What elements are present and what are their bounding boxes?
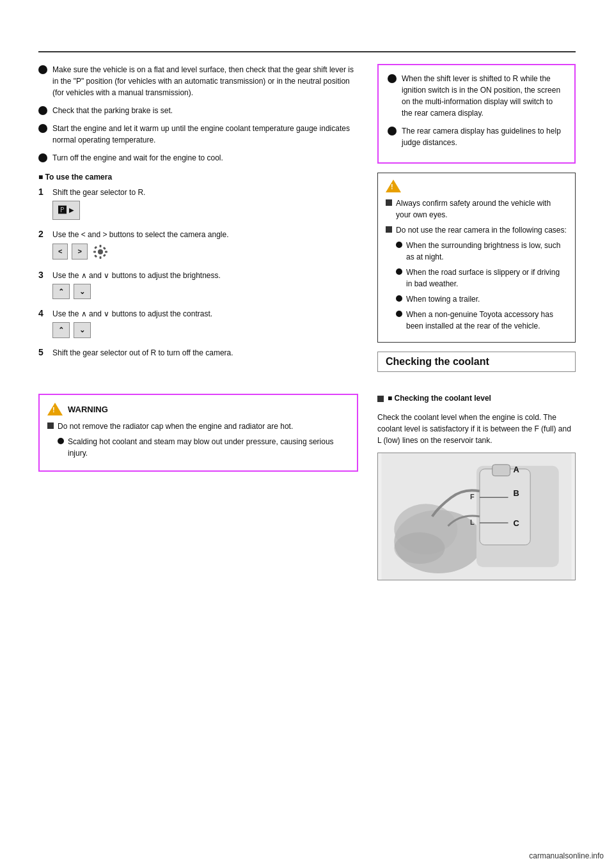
bullet-text-2: Check that the parking brake is set. <box>52 105 358 116</box>
coolant-square-bullet <box>377 396 384 402</box>
svg-rect-8 <box>103 254 106 257</box>
step-content-4: Use the ∧ and ∨ buttons to adjust the co… <box>52 308 358 341</box>
pink-bullet-1: When the shift lever is shifted to R whi… <box>388 73 565 119</box>
page: Make sure the vehicle is on a flat and l… <box>0 0 614 868</box>
svg-rect-6 <box>103 246 106 249</box>
step-5: 5 Shift the gear selector out of R to tu… <box>38 347 358 359</box>
step-content-3: Use the ∧ and ∨ buttons to adjust the br… <box>52 270 358 302</box>
bottom-circle-bullet-2 <box>58 438 64 444</box>
warning-item-6: When a non-genuine Toyota accessory has … <box>386 309 567 332</box>
bottom-warning-item-2: Scalding hot coolant and steam may blow … <box>47 436 349 459</box>
pink-bullet-text-2: The rear camera display has guidelines t… <box>402 125 565 148</box>
step2-icon-row: < > <box>52 243 358 261</box>
bullet-circle-4 <box>38 153 47 162</box>
bottom-left: WARNING Do not remove the radiator cap w… <box>38 394 358 580</box>
step-content-5: Shift the gear selector out of R to turn… <box>52 347 358 359</box>
right-warning-box: Always confirm safety around the vehicle… <box>377 173 576 343</box>
warning-item-3: When the surrounding brightness is low, … <box>386 240 567 263</box>
svg-text:B: B <box>513 488 519 498</box>
bullet-2: Check that the parking brake is set. <box>38 105 358 116</box>
bottom-warning-triangle-icon <box>47 403 63 415</box>
pink-bullet-circle-1 <box>388 74 397 83</box>
bullet-circle-2 <box>38 106 47 115</box>
bullet-4: Turn off the engine and wait for the eng… <box>38 152 358 164</box>
step-num-2: 2 <box>38 229 49 239</box>
left-arrow-button[interactable]: < <box>52 244 68 260</box>
step-num-1: 1 <box>38 187 49 197</box>
step-1: 1 Shift the gear selector to R. 🅿 ▶ <box>38 187 358 222</box>
warning-text-6: When a non-genuine Toyota accessory has … <box>406 309 567 332</box>
gear-select-icon: 🅿 ▶ <box>52 201 80 220</box>
right-warning-header <box>386 180 567 192</box>
circle-bullet-4 <box>396 268 402 275</box>
up-arrow-button-contrast[interactable]: ⌃ <box>52 322 70 338</box>
square-bullet-1 <box>386 199 392 206</box>
svg-point-22 <box>394 532 445 564</box>
coolant-section-label-row: ■ Checking the coolant level <box>377 394 576 407</box>
square-bullet-2 <box>386 226 392 233</box>
bullet-text-3: Start the engine and let it warm up unti… <box>52 123 358 146</box>
bottom-right: ■ Checking the coolant level Check the c… <box>377 394 576 580</box>
pink-bullet-circle-2 <box>388 127 397 136</box>
right-arrow-button[interactable]: > <box>72 244 87 260</box>
warning-text-3: When the surrounding brightness is low, … <box>406 240 567 263</box>
bullet-text-4: Turn off the engine and wait for the eng… <box>52 152 358 164</box>
down-arrow-button-contrast[interactable]: ⌄ <box>74 322 91 338</box>
settings-gear-icon <box>91 243 109 261</box>
step-3: 3 Use the ∧ and ∨ buttons to adjust the … <box>38 270 358 302</box>
bullet-3: Start the engine and let it warm up unti… <box>38 123 358 146</box>
bullet-1: Make sure the vehicle is on a flat and l… <box>38 64 358 98</box>
svg-rect-4 <box>105 251 107 252</box>
step-num-5: 5 <box>38 347 49 357</box>
bullet-text-1: Make sure the vehicle is on a flat and l… <box>52 64 358 98</box>
warning-text-5: When towing a trailer. <box>406 293 567 305</box>
svg-text:L: L <box>470 518 475 526</box>
right-column: When the shift lever is shifted to R whi… <box>377 64 576 381</box>
circle-bullet-5 <box>396 295 402 302</box>
pink-bullet-text-1: When the shift lever is shifted to R whi… <box>402 73 565 119</box>
step-content-1: Shift the gear selector to R. 🅿 ▶ <box>52 187 358 222</box>
step1-icon-row: 🅿 ▶ <box>52 201 358 220</box>
pink-bullet-2: The rear camera display has guidelines t… <box>388 125 565 148</box>
bottom-warning-label: WARNING <box>68 405 108 414</box>
svg-text:F: F <box>470 493 475 500</box>
section-label-camera: ■ To use the camera <box>38 173 358 182</box>
step-num-3: 3 <box>38 270 49 280</box>
step-4: 4 Use the ∧ and ∨ buttons to adjust the … <box>38 308 358 341</box>
warning-item-4: When the road surface is slippery or if … <box>386 267 567 290</box>
down-arrow-button-brightness[interactable]: ⌄ <box>74 284 91 300</box>
bottom-warning-header: WARNING <box>47 403 349 415</box>
coolant-section-label: ■ Checking the coolant level <box>388 394 491 403</box>
engine-diagram: A B C F L <box>377 453 576 580</box>
svg-text:A: A <box>513 465 519 474</box>
step-content-2: Use the < and > buttons to select the ca… <box>52 229 358 263</box>
warning-text-1: Always confirm safety around the vehicle… <box>396 198 567 221</box>
step4-icon-row: ⌃ ⌄ <box>52 322 358 338</box>
main-two-col: Make sure the vehicle is on a flat and l… <box>38 64 576 381</box>
svg-rect-2 <box>99 256 101 259</box>
top-rule <box>38 51 576 52</box>
circle-bullet-3 <box>396 242 402 248</box>
watermark: carmanualsonline.info <box>525 850 608 862</box>
checking-coolant-heading: Checking the coolant <box>377 352 576 372</box>
bottom-square-bullet-1 <box>47 422 54 429</box>
left-column: Make sure the vehicle is on a flat and l… <box>38 64 358 381</box>
coolant-body-text: Check the coolant level when the engine … <box>377 412 576 446</box>
svg-rect-13 <box>492 465 510 476</box>
svg-point-0 <box>98 249 103 254</box>
warning-item-1: Always confirm safety around the vehicle… <box>386 198 567 221</box>
warning-text-4: When the road surface is slippery or if … <box>406 267 567 290</box>
bottom-warning-text-1: Do not remove the radiator cap when the … <box>58 421 349 432</box>
bottom-warning-item-1: Do not remove the radiator cap when the … <box>47 421 349 432</box>
svg-rect-1 <box>99 245 101 247</box>
svg-rect-3 <box>93 251 96 252</box>
svg-text:C: C <box>513 518 519 528</box>
warning-text-2: Do not use the rear camera in the follow… <box>396 224 567 236</box>
svg-rect-12 <box>480 469 530 545</box>
engine-diagram-svg: A B C F L <box>378 453 575 580</box>
step3-icon-row: ⌃ ⌄ <box>52 284 358 300</box>
bottom-warning-text-2: Scalding hot coolant and steam may blow … <box>68 436 349 459</box>
step-num-4: 4 <box>38 308 49 318</box>
up-arrow-button-brightness[interactable]: ⌃ <box>52 284 70 300</box>
bullet-circle-1 <box>38 65 47 74</box>
